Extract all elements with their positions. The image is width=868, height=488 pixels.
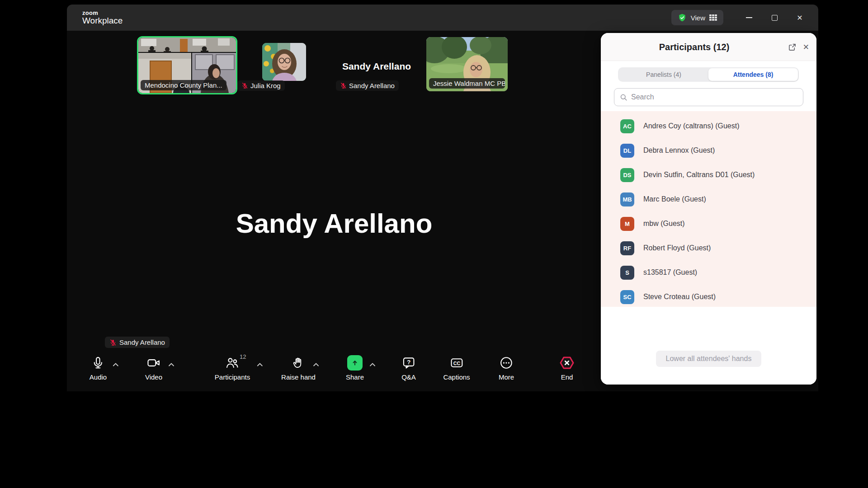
toolbar-more-button[interactable]: More (499, 354, 514, 381)
toolbar-audio-button[interactable]: Audio (90, 354, 107, 381)
participant-name: Steve Croteau (Guest) (643, 293, 716, 301)
video-tile-mendocino[interactable]: Mendocino County Plan... (138, 38, 236, 93)
active-speaker-name: Sandy Arellano (67, 208, 601, 239)
zoom-workplace-logo: zoom Workplace (82, 10, 123, 25)
share-options-chevron[interactable] (369, 360, 376, 368)
toolbar-label: Q&A (401, 373, 416, 381)
pop-out-icon[interactable] (788, 43, 797, 52)
search-icon (620, 94, 627, 101)
tile-name-text: Jessie Waldman MC PBS (433, 80, 505, 87)
toolbar-captions-button[interactable]: CC Captions (443, 354, 470, 381)
toolbar-label: Raise hand (281, 373, 316, 381)
close-panel-icon[interactable]: ✕ (803, 42, 809, 52)
participant-row[interactable]: RF Robert Floyd (Guest) (601, 236, 816, 260)
participant-avatar: RF (620, 241, 634, 255)
tile-name-label: Jessie Waldman MC PBS (429, 78, 505, 89)
participant-name: mbw (Guest) (643, 220, 685, 228)
participants-count-badge: 12 (240, 353, 246, 360)
minimize-button[interactable] (741, 10, 757, 25)
toolbar-label: Audio (90, 373, 107, 381)
share-icon (347, 355, 363, 371)
toolbar-qa-button[interactable]: ? Q&A (401, 354, 416, 381)
gallery-grid-icon (709, 14, 717, 21)
toolbar-label: Share (346, 373, 364, 381)
toolbar-label: Participants (215, 373, 250, 381)
muted-mic-icon (340, 82, 347, 89)
participants-panel-header: Participants (12) ✕ (601, 33, 816, 61)
participants-tab-bar: Panelists (4) Attendees (8) (618, 67, 799, 82)
toolbar-end-button[interactable]: End (559, 354, 575, 381)
participant-row[interactable]: S s135817 (Guest) (601, 260, 816, 285)
people-icon (225, 356, 240, 370)
participants-panel: Participants (12) ✕ Panelists (4) Attend… (601, 33, 816, 385)
maximize-button[interactable] (767, 10, 782, 25)
search-input[interactable] (631, 93, 797, 101)
audio-options-chevron[interactable] (113, 360, 119, 368)
toolbar-video-button[interactable]: Video (145, 354, 162, 381)
toolbar-label: End (561, 373, 573, 381)
participant-row[interactable]: AC Andres Coy (caltrans) (Guest) (601, 114, 816, 138)
maximize-icon (772, 15, 778, 21)
attendees-list: AC Andres Coy (caltrans) (Guest) DL Debr… (601, 111, 816, 307)
close-window-button[interactable]: ✕ (792, 10, 807, 25)
tile-name-text: Mendocino County Plan... (145, 81, 222, 89)
muted-mic-icon (241, 82, 248, 89)
toolbar-label: Video (145, 373, 162, 381)
qa-bubble-icon: ? (402, 356, 415, 370)
toolbar-share-button[interactable]: Share (346, 354, 364, 381)
participant-row[interactable]: SC Steve Croteau (Guest) (601, 285, 816, 309)
raise-hand-options-chevron[interactable] (313, 360, 319, 368)
participants-panel-footer: Lower all attendees' hands (601, 339, 816, 385)
participants-options-chevron[interactable] (257, 360, 263, 368)
toolbar-label: Captions (443, 373, 470, 381)
participant-avatar: M (620, 217, 634, 231)
participant-name: Andres Coy (caltrans) (Guest) (643, 122, 740, 130)
svg-text:CC: CC (453, 361, 460, 366)
participant-avatar: DL (620, 144, 634, 158)
participant-name: Debra Lennox (Guest) (643, 146, 715, 155)
portrait-video-thumbnail (262, 43, 306, 81)
tab-panelists[interactable]: Panelists (4) (619, 68, 708, 81)
participant-row[interactable]: DL Debra Lennox (Guest) (601, 138, 816, 163)
speaker-label-text: Sandy Arellano (119, 338, 165, 346)
participant-row[interactable]: MB Marc Boele (Guest) (601, 187, 816, 211)
participant-name: Robert Floyd (Guest) (643, 244, 711, 252)
tab-attendees[interactable]: Attendees (8) (708, 68, 798, 81)
logo-workplace-text: Workplace (82, 16, 123, 25)
view-button[interactable]: View (671, 10, 723, 25)
ellipsis-icon (500, 356, 513, 370)
participants-panel-title: Participants (12) (601, 33, 788, 61)
tile-name-text: Sandy Arellano (349, 82, 395, 89)
participant-name: s135817 (Guest) (643, 268, 697, 277)
title-bar: zoom Workplace View ✕ (67, 5, 818, 31)
participant-avatar: DS (620, 168, 634, 182)
security-shield-icon (678, 13, 687, 22)
video-tile-jessie[interactable]: Jessie Waldman MC PBS (426, 37, 508, 91)
lower-all-hands-button[interactable]: Lower all attendees' hands (656, 351, 762, 367)
logo-zoom-text: zoom (82, 10, 123, 16)
toolbar-raise-hand-button[interactable]: Raise hand (281, 354, 316, 381)
camera-icon (146, 356, 161, 370)
end-call-icon (559, 355, 575, 371)
speaker-name-label: Sandy Arellano (105, 337, 170, 348)
video-tile-sandy[interactable]: Sandy Arellano Sandy Arellano (331, 38, 422, 93)
participant-avatar: MB (620, 192, 634, 206)
participant-name: Devin Sutfin, Caltrans D01 (Guest) (643, 171, 755, 179)
participants-search-box[interactable] (614, 88, 803, 106)
participant-name: Marc Boele (Guest) (643, 195, 706, 203)
participant-row[interactable]: DS Devin Sutfin, Caltrans D01 (Guest) (601, 163, 816, 187)
close-icon: ✕ (797, 14, 802, 22)
tile-name-text: Julia Krog (250, 82, 281, 89)
view-button-label: View (691, 14, 705, 22)
tile-name-label-julia: Julia Krog (237, 80, 285, 91)
svg-text:?: ? (407, 359, 410, 366)
participant-row[interactable]: M mbw (Guest) (601, 211, 816, 236)
toolbar-label: More (499, 373, 514, 381)
participant-avatar: SC (620, 290, 634, 304)
tile-display-name: Sandy Arellano (331, 61, 422, 72)
video-options-chevron[interactable] (168, 360, 175, 368)
toolbar-participants-button[interactable]: 12 Participants (215, 354, 250, 381)
minimize-icon (746, 17, 752, 18)
tile-name-label: Mendocino County Plan... (141, 80, 226, 90)
video-tile-julia[interactable] (262, 43, 306, 81)
